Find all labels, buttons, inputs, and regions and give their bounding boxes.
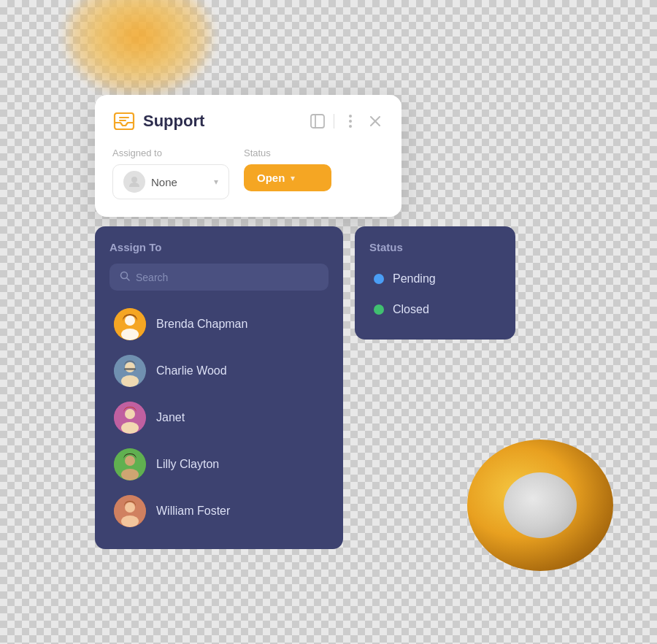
card-title-area: Support: [112, 110, 204, 133]
svg-point-16: [121, 375, 139, 387]
assigned-value: None: [151, 176, 208, 188]
svg-point-23: [121, 469, 139, 480]
svg-rect-17: [124, 368, 136, 370]
avatar: [114, 402, 146, 434]
list-item[interactable]: Janet: [110, 394, 328, 441]
close-button[interactable]: [366, 112, 384, 130]
action-divider: [334, 114, 335, 129]
search-box[interactable]: [110, 264, 328, 291]
person-name: Charlie Wood: [156, 364, 227, 377]
search-input[interactable]: [136, 272, 318, 283]
card-title: Support: [143, 112, 204, 131]
list-item[interactable]: Brenda Chapman: [110, 301, 328, 348]
status-value: Open: [257, 172, 285, 184]
svg-line-10: [127, 278, 130, 281]
svg-point-26: [121, 515, 139, 527]
avatar: [114, 448, 146, 480]
status-select-button[interactable]: Open ▾: [244, 164, 331, 191]
assigned-to-field: Assigned to None ▾: [112, 147, 229, 199]
support-card: Support: [95, 95, 402, 217]
person-name: Brenda Chapman: [156, 318, 247, 331]
pending-label: Pending: [393, 272, 436, 285]
card-header: Support: [112, 110, 384, 133]
svg-point-12: [125, 315, 135, 326]
svg-point-3: [349, 115, 352, 118]
svg-point-25: [125, 502, 135, 513]
svg-point-22: [125, 456, 135, 466]
svg-point-20: [121, 422, 139, 434]
assign-dropdown-title: Assign To: [110, 241, 328, 253]
assign-dropdown: Assign To Brend: [95, 226, 343, 549]
more-options-button[interactable]: [342, 112, 359, 130]
panel-toggle-button[interactable]: [309, 112, 326, 130]
status-closed-item[interactable]: Closed: [369, 294, 501, 325]
card-actions: [309, 112, 385, 130]
avatar: [114, 355, 146, 387]
svg-point-15: [125, 362, 135, 372]
person-name: Lilly Clayton: [156, 458, 219, 471]
svg-point-13: [121, 329, 139, 340]
status-chevron-icon: ▾: [291, 173, 295, 183]
svg-point-4: [349, 120, 352, 123]
status-pending-item[interactable]: Pending: [369, 264, 501, 294]
card-fields: Assigned to None ▾ Status Open ▾: [112, 147, 384, 199]
list-item[interactable]: William Foster: [110, 488, 328, 534]
closed-label: Closed: [393, 303, 429, 316]
status-dropdown: Status Pending Closed: [355, 226, 515, 340]
assigned-select[interactable]: None ▾: [112, 164, 229, 199]
list-item[interactable]: Charlie Wood: [110, 348, 328, 394]
status-dropdown-title: Status: [369, 241, 501, 253]
status-field: Status Open ▾: [244, 147, 331, 191]
person-name: Janet: [156, 411, 185, 424]
pending-dot: [374, 274, 384, 284]
svg-point-8: [131, 177, 137, 183]
decorative-blob-top: [66, 0, 212, 95]
svg-point-19: [125, 409, 135, 419]
avatar: [114, 495, 146, 527]
closed-dot: [374, 304, 384, 315]
search-icon: [120, 271, 130, 283]
svg-rect-1: [311, 115, 324, 128]
avatar-placeholder: [123, 171, 145, 193]
inbox-icon: [112, 110, 136, 133]
avatar: [114, 308, 146, 340]
list-item[interactable]: Lilly Clayton: [110, 441, 328, 488]
status-label: Status: [244, 147, 331, 158]
assigned-to-label: Assigned to: [112, 147, 229, 158]
svg-point-5: [349, 125, 352, 128]
person-name: William Foster: [156, 505, 230, 518]
dropdowns-area: Assign To Brend: [95, 226, 515, 549]
chevron-down-icon: ▾: [214, 177, 218, 187]
